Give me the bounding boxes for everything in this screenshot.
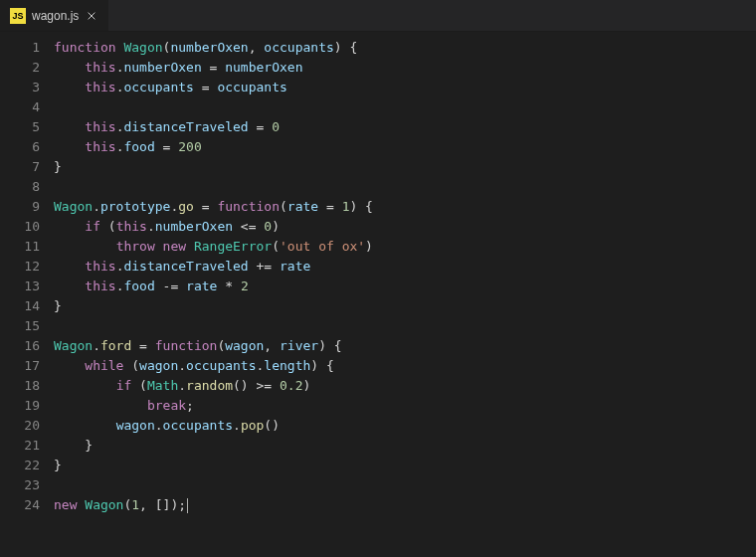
code-line[interactable] — [54, 316, 756, 336]
line-number: 13 — [0, 277, 40, 296]
code-line[interactable]: this.food -= rate * 2 — [54, 277, 756, 296]
line-number: 10 — [0, 217, 40, 237]
code-line[interactable]: if (Math.random() >= 0.2) — [54, 376, 756, 396]
text-caret — [187, 498, 188, 513]
code-line[interactable] — [54, 177, 756, 197]
line-number: 2 — [0, 58, 40, 78]
line-number: 15 — [0, 316, 40, 336]
code-line[interactable]: Wagon.prototype.go = function(rate = 1) … — [54, 197, 756, 217]
line-number: 18 — [0, 376, 40, 396]
line-number: 12 — [0, 257, 40, 277]
line-number: 21 — [0, 436, 40, 456]
code-line[interactable]: if (this.numberOxen <= 0) — [54, 217, 756, 237]
line-number: 8 — [0, 177, 40, 197]
code-line[interactable]: function Wagon(numberOxen, occupants) { — [54, 38, 756, 58]
tab-filename: wagon.js — [32, 9, 79, 23]
line-number: 20 — [0, 416, 40, 436]
line-number: 23 — [0, 475, 40, 495]
code-line[interactable] — [54, 97, 756, 117]
line-number: 24 — [0, 495, 40, 515]
line-number: 17 — [0, 356, 40, 376]
code-line[interactable]: throw new RangeError('out of ox') — [54, 237, 756, 257]
line-number-gutter: 123456789101112131415161718192021222324 — [0, 32, 54, 557]
line-number: 4 — [0, 97, 40, 117]
code-line[interactable]: this.distanceTraveled = 0 — [54, 117, 756, 137]
tab-bar: JS wagon.js — [0, 0, 756, 32]
code-line[interactable]: } — [54, 436, 756, 456]
line-number: 11 — [0, 237, 40, 257]
code-line[interactable] — [54, 475, 756, 495]
code-line[interactable]: Wagon.ford = function(wagon, river) { — [54, 336, 756, 356]
line-number: 22 — [0, 456, 40, 475]
code-line[interactable]: this.distanceTraveled += rate — [54, 257, 756, 277]
code-editor[interactable]: 123456789101112131415161718192021222324 … — [0, 32, 756, 557]
code-line[interactable]: } — [54, 157, 756, 177]
line-number: 19 — [0, 396, 40, 416]
line-number: 7 — [0, 157, 40, 177]
code-line[interactable]: this.occupants = occupants — [54, 78, 756, 97]
line-number: 16 — [0, 336, 40, 356]
line-number: 5 — [0, 117, 40, 137]
line-number: 1 — [0, 38, 40, 58]
code-line[interactable]: new Wagon(1, []); — [54, 495, 756, 515]
code-line[interactable]: break; — [54, 396, 756, 416]
code-line[interactable]: this.food = 200 — [54, 137, 756, 157]
line-number: 3 — [0, 78, 40, 97]
tab-wagon-js[interactable]: JS wagon.js — [0, 0, 109, 31]
code-line[interactable]: while (wagon.occupants.length) { — [54, 356, 756, 376]
javascript-file-icon: JS — [10, 8, 26, 24]
code-line[interactable]: this.numberOxen = numberOxen — [54, 58, 756, 78]
line-number: 14 — [0, 296, 40, 316]
close-icon[interactable] — [85, 9, 98, 23]
code-area[interactable]: function Wagon(numberOxen, occupants) { … — [54, 32, 756, 557]
code-line[interactable]: } — [54, 456, 756, 475]
code-line[interactable]: } — [54, 296, 756, 316]
line-number: 9 — [0, 197, 40, 217]
code-line[interactable]: wagon.occupants.pop() — [54, 416, 756, 436]
line-number: 6 — [0, 137, 40, 157]
